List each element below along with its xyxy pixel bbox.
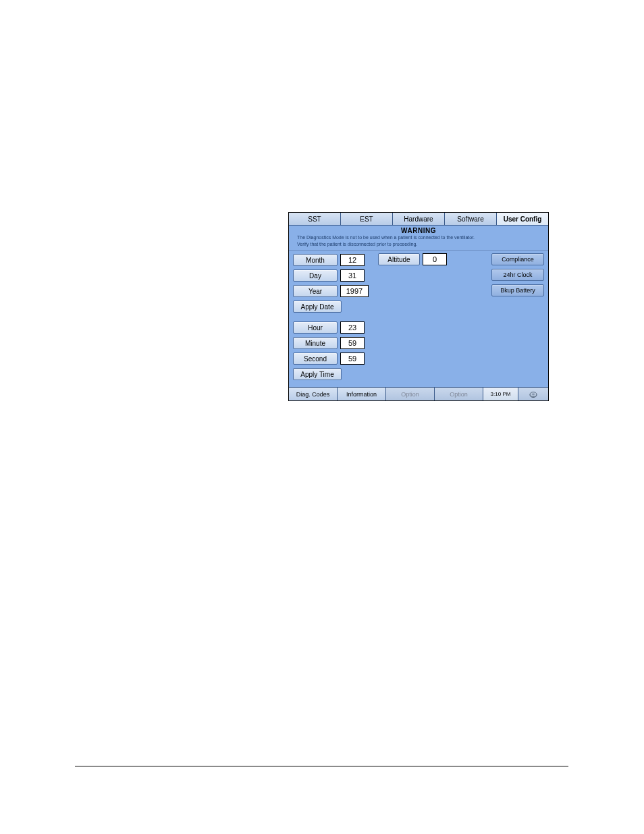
warning-text-1: The Diagnostics Mode is not to be used w…: [297, 234, 540, 241]
day-value[interactable]: 31: [340, 269, 365, 282]
year-button[interactable]: Year: [293, 285, 338, 297]
diagnostics-panel: SST EST Hardware Software User Config WA…: [288, 212, 549, 401]
clock-24hr-button[interactable]: 24hr Clock: [491, 269, 544, 281]
option-button-1: Option: [386, 388, 435, 400]
top-tab-row: SST EST Hardware Software User Config: [289, 213, 548, 226]
clock-display: 3:10 PM: [483, 388, 518, 400]
diag-codes-button[interactable]: Diag. Codes: [289, 388, 338, 400]
month-value[interactable]: 12: [340, 254, 365, 266]
day-button[interactable]: Day: [293, 269, 338, 282]
tab-hardware[interactable]: Hardware: [393, 213, 445, 225]
information-button[interactable]: Information: [338, 388, 386, 400]
warning-bar: WARNING The Diagnostics Mode is not to b…: [289, 226, 548, 251]
minute-button[interactable]: Minute: [293, 337, 338, 349]
altitude-button[interactable]: Altitude: [378, 253, 420, 265]
apply-time-button[interactable]: Apply Time: [293, 368, 342, 380]
left-column: Month 12 Day 31 Year 1997 Apply Date Hou…: [293, 253, 374, 381]
tab-sst[interactable]: SST: [289, 213, 341, 225]
page-footer-rule: [75, 766, 568, 766]
second-button[interactable]: Second: [293, 353, 338, 365]
option-button-2: Option: [435, 388, 483, 400]
second-value[interactable]: 59: [340, 353, 365, 365]
warning-text-2: Verify that the patient is disconnected …: [297, 241, 540, 248]
hour-button[interactable]: Hour: [293, 321, 338, 334]
svg-point-2: [532, 393, 535, 395]
warning-title: WARNING: [297, 227, 540, 234]
month-button[interactable]: Month: [293, 254, 338, 266]
tab-software[interactable]: Software: [445, 213, 497, 225]
bkup-battery-button[interactable]: Bkup Battery: [491, 284, 544, 296]
minute-value[interactable]: 59: [340, 337, 365, 349]
bottom-bar: Diag. Codes Information Option Option 3:…: [289, 387, 548, 400]
right-column: Compliance 24hr Clock Bkup Battery: [491, 253, 544, 300]
knob-icon: [518, 388, 548, 400]
content-area: Month 12 Day 31 Year 1997 Apply Date Hou…: [289, 251, 548, 387]
apply-date-button[interactable]: Apply Date: [293, 301, 342, 313]
altitude-group: Altitude 0: [378, 253, 447, 265]
tab-est[interactable]: EST: [341, 213, 393, 225]
year-value[interactable]: 1997: [340, 285, 369, 297]
altitude-value[interactable]: 0: [423, 253, 447, 265]
compliance-button[interactable]: Compliance: [491, 253, 544, 265]
tab-user-config[interactable]: User Config: [497, 213, 548, 225]
hour-value[interactable]: 23: [340, 321, 365, 334]
